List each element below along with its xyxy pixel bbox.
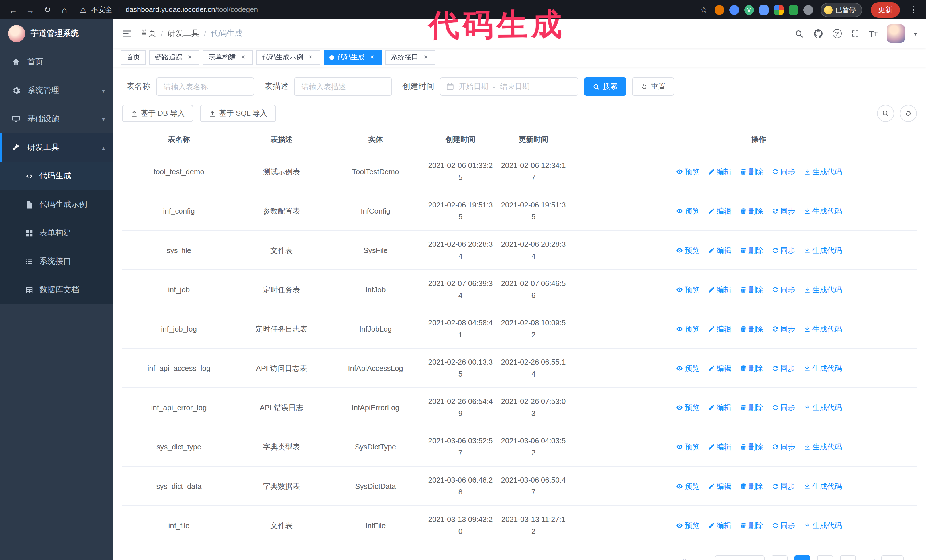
edit-link[interactable]: 编辑 [707,480,731,492]
sync-link[interactable]: 同步 [771,362,795,374]
generate-code-link[interactable]: 生成代码 [803,441,842,453]
close-icon[interactable]: × [368,53,376,61]
preview-link[interactable]: 预览 [676,205,699,217]
reset-button[interactable]: 重置 [632,77,674,96]
browser-update-button[interactable]: 更新 [871,2,900,17]
user-avatar[interactable] [887,24,905,43]
prev-page-button[interactable]: ‹ [772,555,788,560]
edit-link[interactable]: 编辑 [707,402,731,413]
extension-icon[interactable] [789,5,798,15]
breadcrumb-home[interactable]: 首页 [140,29,156,39]
preview-link[interactable]: 预览 [676,284,699,295]
generate-code-link[interactable]: 生成代码 [803,205,842,217]
refresh-table-button[interactable] [900,105,917,122]
tab-form-builder[interactable]: 表单构建× [203,50,253,65]
preview-link[interactable]: 预览 [676,323,699,335]
sidebar-item-db-doc[interactable]: 数据库文档 [0,276,113,304]
delete-link[interactable]: 删除 [739,205,763,217]
sync-link[interactable]: 同步 [771,519,795,531]
tab-home[interactable]: 首页 [121,50,146,65]
page-size-select[interactable]: 10条/页 ▾ [714,555,765,560]
table-name-input[interactable] [156,77,254,96]
sync-link[interactable]: 同步 [771,284,795,295]
edit-link[interactable]: 编辑 [707,244,731,256]
close-icon[interactable]: × [239,53,247,61]
home-icon[interactable]: ⌂ [57,2,72,17]
sidebar-item-form-builder[interactable]: 表单构建 [0,219,113,247]
font-size-icon[interactable]: TT [869,29,878,38]
generate-code-link[interactable]: 生成代码 [803,480,842,492]
vue-devtools-icon[interactable]: V [744,5,754,15]
sync-link[interactable]: 同步 [771,441,795,453]
sync-link[interactable]: 同步 [771,244,795,256]
next-page-button[interactable]: › [840,555,856,560]
delete-link[interactable]: 删除 [739,402,763,413]
delete-link[interactable]: 删除 [739,244,763,256]
preview-link[interactable]: 预览 [676,402,699,413]
create-time-range-picker[interactable]: 开始日期 - 结束日期 [440,77,578,96]
import-db-button[interactable]: 基于 DB 导入 [122,105,194,122]
delete-link[interactable]: 删除 [739,480,763,492]
sync-link[interactable]: 同步 [771,402,795,413]
close-icon[interactable]: × [307,53,315,61]
generate-code-link[interactable]: 生成代码 [803,362,842,374]
preview-link[interactable]: 预览 [676,441,699,453]
preview-link[interactable]: 预览 [676,519,699,531]
extension-icon[interactable] [774,5,784,15]
generate-code-link[interactable]: 生成代码 [803,519,842,531]
edit-link[interactable]: 编辑 [707,362,731,374]
search-button[interactable]: 搜索 [584,77,626,96]
fullscreen-icon[interactable] [850,29,859,38]
tab-codegen-example[interactable]: 代码生成示例× [256,50,320,65]
generate-code-link[interactable]: 生成代码 [803,244,842,256]
edit-link[interactable]: 编辑 [707,323,731,335]
edit-link[interactable]: 编辑 [707,205,731,217]
bookmark-star-icon[interactable]: ☆ [696,5,712,15]
preview-link[interactable]: 预览 [676,166,699,177]
preview-link[interactable]: 预览 [676,244,699,256]
delete-link[interactable]: 删除 [739,323,763,335]
sidebar-item-codegen[interactable]: 代码生成 [0,162,113,190]
toggle-search-button[interactable] [877,105,894,122]
delete-link[interactable]: 删除 [739,441,763,453]
edit-link[interactable]: 编辑 [707,284,731,295]
github-icon[interactable] [813,29,823,39]
sidebar-item-api[interactable]: 系统接口 [0,247,113,276]
preview-link[interactable]: 预览 [676,362,699,374]
extension-icon[interactable] [714,5,724,15]
edit-link[interactable]: 编辑 [707,519,731,531]
sidebar-item-system[interactable]: 系统管理 ▾ [0,76,113,105]
hamburger-icon[interactable] [122,29,132,39]
close-icon[interactable]: × [186,53,194,61]
sidebar-item-codegen-example[interactable]: 代码生成示例 [0,190,113,219]
extension-icon[interactable] [729,5,739,15]
sync-link[interactable]: 同步 [771,205,795,217]
delete-link[interactable]: 删除 [739,166,763,177]
import-sql-button[interactable]: 基于 SQL 导入 [200,105,276,122]
tab-trace[interactable]: 链路追踪× [149,50,200,65]
goto-page-input[interactable] [881,555,904,560]
sidebar-item-infra[interactable]: 基础设施 ▾ [0,105,113,133]
sync-link[interactable]: 同步 [771,480,795,492]
generate-code-link[interactable]: 生成代码 [803,166,842,177]
delete-link[interactable]: 删除 [739,362,763,374]
sidebar-item-devtools[interactable]: 研发工具 ▴ [0,133,113,162]
delete-link[interactable]: 删除 [739,519,763,531]
preview-link[interactable]: 预览 [676,480,699,492]
sync-link[interactable]: 同步 [771,323,795,335]
tab-api[interactable]: 系统接口× [385,50,435,65]
delete-link[interactable]: 删除 [739,284,763,295]
edit-link[interactable]: 编辑 [707,166,731,177]
reload-icon[interactable]: ↻ [40,2,55,17]
browser-menu-icon[interactable]: ⋮ [905,5,920,15]
user-menu-caret-icon[interactable]: ▾ [914,30,917,37]
address-bar[interactable]: ⚠ 不安全 | dashboard.yudao.iocoder.cn/tool/… [80,5,712,15]
edit-link[interactable]: 编辑 [707,441,731,453]
generate-code-link[interactable]: 生成代码 [803,402,842,413]
back-icon[interactable]: ← [6,2,21,17]
table-desc-input[interactable] [294,77,392,96]
page-button-2[interactable]: 2 [817,555,833,560]
puzzle-extension-icon[interactable] [803,5,813,15]
close-icon[interactable]: × [422,53,430,61]
extension-icon[interactable] [759,5,769,15]
